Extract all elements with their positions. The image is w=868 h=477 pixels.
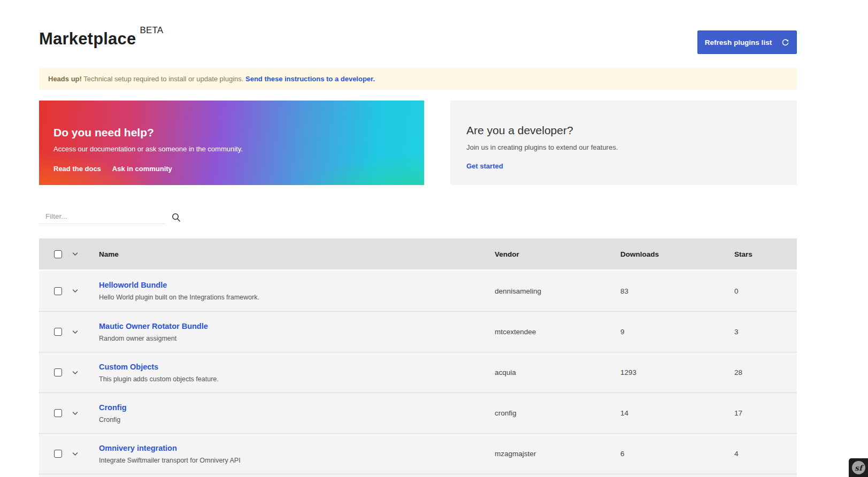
plugin-downloads: 1293 xyxy=(620,368,734,376)
developer-card-title: Are you a developer? xyxy=(466,124,797,137)
table-body: Helloworld Bundle Hello World plugin bui… xyxy=(39,271,797,477)
plugin-description: This plugin adds custom objects feature. xyxy=(99,375,495,383)
plugin-description: Hello World plugin built on the Integrat… xyxy=(99,294,495,301)
table-row-partial xyxy=(39,474,797,477)
column-header-name[interactable]: Name xyxy=(99,250,495,258)
setup-notice-banner: Heads up! Technical setup required to in… xyxy=(39,68,797,90)
table-row: Mautic Owner Rotator Bundle Random owner… xyxy=(39,311,797,352)
plugin-name-link[interactable]: Helloworld Bundle xyxy=(99,281,167,289)
plugin-stars: 17 xyxy=(734,409,797,417)
plugin-downloads: 9 xyxy=(620,328,734,336)
developer-card: Are you a developer? Join us in creating… xyxy=(450,101,797,185)
filter-bar xyxy=(39,210,797,224)
table-row: Custom Objects This plugin adds custom o… xyxy=(39,352,797,393)
plugin-name-link[interactable]: Cronfig xyxy=(99,403,127,412)
column-header-downloads[interactable]: Downloads xyxy=(620,250,734,258)
row-checkbox[interactable] xyxy=(54,368,62,376)
column-header-vendor[interactable]: Vendor xyxy=(495,250,620,258)
send-instructions-link[interactable]: Send these instructions to a developer. xyxy=(245,75,375,83)
plugin-vendor: mtcextendee xyxy=(495,328,620,336)
table-header: Name Vendor Downloads Stars xyxy=(39,239,797,270)
row-chevron-down-icon[interactable] xyxy=(72,452,99,456)
refresh-plugins-button[interactable]: Refresh plugins list xyxy=(697,30,797,54)
refresh-icon xyxy=(781,39,789,47)
select-all-cell xyxy=(39,250,72,258)
info-cards: Do you need help? Access our documentati… xyxy=(39,101,797,185)
table-row: Helloworld Bundle Hello World plugin bui… xyxy=(39,271,797,311)
help-card-subtitle: Access our documentation or ask someone … xyxy=(53,145,424,153)
filter-input[interactable] xyxy=(39,210,165,224)
plugin-stars: 4 xyxy=(734,450,797,458)
plugin-vendor: cronfig xyxy=(495,409,620,417)
row-chevron-down-icon[interactable] xyxy=(72,411,99,416)
plugin-stars: 28 xyxy=(734,368,797,376)
marketplace-page: MarketplaceBETA Refresh plugins list Hea… xyxy=(39,0,797,477)
plugin-description: Cronfig xyxy=(99,416,495,424)
header-chevron-down-icon[interactable] xyxy=(72,252,99,256)
notice-bold: Heads up! xyxy=(48,75,82,83)
help-card-links: Read the docs Ask in community xyxy=(53,165,424,173)
row-checkbox[interactable] xyxy=(54,328,62,336)
row-chevron-down-icon[interactable] xyxy=(72,330,99,334)
plugin-name-link[interactable]: Omnivery integration xyxy=(99,444,177,452)
plugin-vendor: dennisameling xyxy=(495,287,620,295)
plugin-name-link[interactable]: Mautic Owner Rotator Bundle xyxy=(99,322,208,330)
ask-in-community-link[interactable]: Ask in community xyxy=(112,165,172,173)
beta-badge: BETA xyxy=(140,25,163,35)
help-card-title: Do you need help? xyxy=(53,126,424,139)
refresh-button-label: Refresh plugins list xyxy=(705,39,772,47)
symfony-profiler-toggle[interactable]: sf xyxy=(849,458,868,477)
table-row: Omnivery integration Integrate Swiftmail… xyxy=(39,433,797,474)
symfony-logo-icon: sf xyxy=(852,461,865,474)
column-header-stars[interactable]: Stars xyxy=(734,250,797,258)
page-title: MarketplaceBETA xyxy=(39,29,163,49)
row-checkbox[interactable] xyxy=(54,287,62,295)
notice-text: Technical setup required to install or u… xyxy=(82,75,245,83)
plugin-vendor: mzagmajster xyxy=(495,450,620,458)
read-the-docs-link[interactable]: Read the docs xyxy=(53,165,101,173)
row-chevron-down-icon[interactable] xyxy=(72,289,99,293)
search-icon[interactable] xyxy=(172,213,181,222)
page-header: MarketplaceBETA Refresh plugins list xyxy=(39,29,797,54)
plugins-table: Name Vendor Downloads Stars Helloworld B… xyxy=(39,239,797,477)
row-checkbox[interactable] xyxy=(54,409,62,417)
plugin-description: Random owner assigment xyxy=(99,335,495,342)
plugin-downloads: 14 xyxy=(620,409,734,417)
table-row: Cronfig Cronfig cronfig 14 17 xyxy=(39,393,797,433)
developer-card-subtitle: Join us in creating plugins to extend ou… xyxy=(466,143,797,151)
row-checkbox[interactable] xyxy=(54,450,62,458)
page-title-text: Marketplace xyxy=(39,29,136,48)
plugin-downloads: 83 xyxy=(620,287,734,295)
plugin-name-link[interactable]: Custom Objects xyxy=(99,363,158,371)
select-all-checkbox[interactable] xyxy=(54,250,62,258)
get-started-link[interactable]: Get started xyxy=(466,162,503,170)
plugin-description: Integrate Swiftmailer transport for Omni… xyxy=(99,457,495,464)
row-chevron-down-icon[interactable] xyxy=(72,371,99,375)
plugin-downloads: 6 xyxy=(620,450,734,458)
plugin-stars: 0 xyxy=(734,287,797,295)
plugin-vendor: acquia xyxy=(495,368,620,376)
help-card: Do you need help? Access our documentati… xyxy=(39,101,424,185)
plugin-stars: 3 xyxy=(734,328,797,336)
